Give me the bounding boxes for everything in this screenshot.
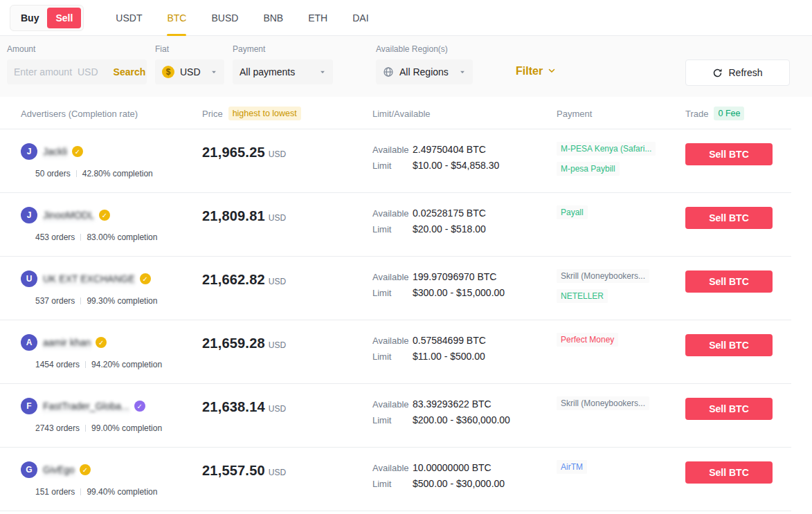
payment-method-tag: Skrill (Moneybookers... [557,396,649,410]
header-trade: Trade 0 Fee [685,107,791,120]
advertiser-name[interactable]: UK EXT EXCHANGE [43,273,135,285]
payment-method-tag: M-pesa Paybill [557,162,620,176]
region-dropdown[interactable]: All Regions [376,59,473,84]
payment-dropdown[interactable]: All payments [233,59,333,84]
region-label: Available Region(s) [376,44,473,55]
fiat-label: Fiat [155,44,224,55]
advertiser-name[interactable]: Jackli [43,146,67,158]
advertiser-cell: J Jackli ✓ 50 orders 42.80% completion [21,129,202,192]
payment-methods-cell: M-PESA Kenya (Safari...M-pesa Paybill [557,129,685,192]
advertiser-name[interactable]: aamir khan [43,337,91,349]
orders-count: 50 orders [35,169,71,178]
trade-cell: Sell BTC [685,257,791,320]
sell-btc-button[interactable]: Sell BTC [685,398,773,420]
amount-currency-hint: USD [78,66,98,77]
table-header: Advertisers (Completion rate) Price high… [0,97,791,129]
advertiser-name[interactable]: GivEgo [43,464,75,476]
price-currency: USD [269,404,286,414]
payment-methods-cell: Skrill (Moneybookers...NETELLER [557,257,685,320]
tab-dai[interactable]: DAI [352,0,368,35]
top-nav: Buy Sell USDT BTC BUSD BNB ETH DAI [0,0,812,36]
verified-badge-icon: ✓ [72,146,83,157]
chevron-down-icon [319,68,326,75]
limit-value: $11.00 - $500.00 [413,351,485,362]
payment-filter-group: Payment All payments [233,44,333,84]
tab-busd[interactable]: BUSD [211,0,238,35]
advertiser-stats: 151 orders 99.40% completion [35,487,202,497]
fiat-dropdown[interactable]: $ USD [155,59,224,84]
buy-sell-toggle: Buy Sell [10,5,84,31]
sell-btc-button[interactable]: Sell BTC [685,207,773,229]
limit-value: $200.00 - $360,000.00 [413,414,510,425]
offer-row: J Jackli ✓ 50 orders 42.80% completion 2… [0,129,791,193]
payment-methods-cell: Skrill (Moneybookers... [557,384,685,447]
refresh-button[interactable]: Refresh [685,59,790,86]
tab-bnb[interactable]: BNB [263,0,283,35]
trade-cell: Sell BTC [685,129,791,192]
sell-btc-button[interactable]: Sell BTC [685,334,773,356]
orders-count: 1454 orders [35,360,80,369]
price-cell: 21,557.50USD [202,448,372,511]
refresh-label: Refresh [728,67,762,78]
orders-count: 453 orders [35,232,75,242]
avatar: G [21,461,37,478]
offer-row: F FastTrader_Globa... ✓ 2743 orders 99.0… [0,384,791,448]
available-label: Available [372,208,413,219]
avatar: J [21,207,37,223]
orders-count: 151 orders [35,487,75,497]
advertiser-cell: A aamir khan ✓ 1454 orders 94.20% comple… [21,320,202,383]
tab-btc[interactable]: BTC [167,0,186,35]
verified-badge-icon: ✓ [80,464,91,475]
avatar: A [21,334,37,351]
limit-label: Limit [372,224,413,235]
amount-input[interactable] [14,66,78,77]
payment-method-tag: AirTM [557,460,587,474]
amount-box: USD Search [7,59,147,84]
verified-badge-icon: ✓ [134,401,145,412]
trade-cell: Sell BTC [685,193,791,256]
completion-rate: 99.30% completion [87,296,157,306]
available-value: 0.02528175 BTC [413,208,486,219]
available-label: Available [372,336,413,346]
limit-available-cell: Available 10.00000000 BTC Limit $500.00 … [372,448,557,511]
tab-usdt[interactable]: USDT [116,0,142,35]
sell-btc-button[interactable]: Sell BTC [685,461,773,484]
payment-method-tag: Perfect Money [557,333,618,347]
advertiser-stats: 453 orders 83.00% completion [35,232,202,242]
offer-row: G GivEgo ✓ 151 orders 99.40% completion … [0,448,791,511]
price-currency: USD [269,468,286,477]
fiat-filter-group: Fiat $ USD [155,44,224,84]
price-sort-badge[interactable]: highest to lowest [228,107,301,120]
available-label: Available [372,145,413,155]
sell-button[interactable]: Sell [47,8,81,28]
advertiser-name[interactable]: JinooMODL [43,210,94,221]
trade-header-label: Trade [685,109,708,119]
completion-rate: 94.20% completion [91,360,162,369]
sell-btc-button[interactable]: Sell BTC [685,270,773,293]
payment-method-tag: Payall [557,205,588,219]
divider [80,488,81,495]
trade-cell: Sell BTC [685,448,791,511]
available-value: 0.57584699 BTC [413,335,486,346]
sell-btc-button[interactable]: Sell BTC [685,143,773,165]
limit-value: $300.00 - $15,000.00 [413,287,505,298]
buy-button[interactable]: Buy [12,8,47,28]
search-button[interactable]: Search [114,66,146,77]
chevron-down-icon [459,68,466,75]
verified-badge-icon: ✓ [99,210,110,221]
offers-table: J Jackli ✓ 50 orders 42.80% completion 2… [0,129,791,511]
filter-toggle[interactable]: Filter [516,65,556,77]
advertiser-name[interactable]: FastTrader_Globa... [43,401,129,412]
tab-eth[interactable]: ETH [308,0,327,35]
price-value: 21,965.25 [202,145,265,160]
orders-count: 537 orders [35,296,75,306]
advertiser-cell: U UK EXT EXCHANGE ✓ 537 orders 99.30% co… [21,257,202,320]
globe-icon [383,66,394,77]
trade-cell: Sell BTC [685,384,791,447]
chevron-down-icon [210,68,217,75]
available-value: 2.49750404 BTC [413,144,486,155]
orders-count: 2743 orders [35,423,80,433]
price-cell: 21,638.14USD [202,384,372,447]
limit-label: Limit [372,160,413,171]
header-advertisers: Advertisers (Completion rate) [21,109,202,119]
